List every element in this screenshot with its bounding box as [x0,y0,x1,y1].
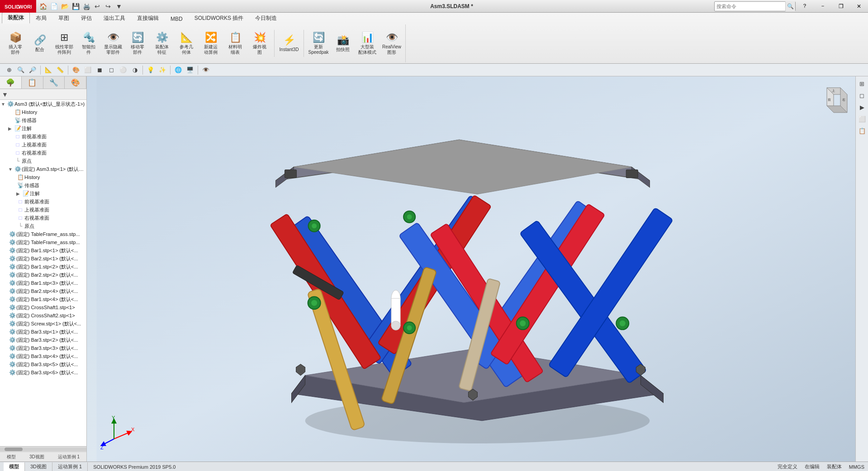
horizontal-scrollbar[interactable] [0,446,86,452]
snapshot-button[interactable]: 📸 拍快照 [331,30,355,57]
panel-tab-config[interactable]: 🔧 [43,76,65,89]
tree-item-sensor1[interactable]: ▶ 📡 传感器 [0,116,86,124]
display-right-button[interactable]: ▶ [857,102,868,113]
tab-evaluate[interactable]: 评估 [75,13,98,24]
zoom-fit-button[interactable]: ⊕ [4,65,14,75]
bom-button[interactable]: 📋 材料明细表 [223,30,247,57]
tree-item-bar3-3[interactable]: ⚙️ (固定) Bar3.stp<3> (默认<... [0,344,86,352]
ref-geometry-button[interactable]: 📐 参考几何体 [175,30,198,57]
camera-right-button[interactable]: ⬜ [857,113,868,124]
wireframe-button[interactable]: ⬜ [82,65,93,75]
model-tab[interactable]: 模型 [4,462,25,471]
linear-array-button[interactable]: ⊞ 线性零部件阵列 [52,30,76,57]
tree-item-bar1-4[interactable]: ⚙️ (固定) Bar1.stp<4> (默认<... [0,295,86,303]
mate-button[interactable]: 🔗 配合 [28,30,52,57]
settings-right-button[interactable]: 📋 [857,125,868,136]
home-button[interactable]: 🏠 [38,1,48,11]
expand-icon2[interactable]: ▶ [16,191,22,196]
tree-item-bar3-4[interactable]: ⚙️ (固定) Bar3.stp<4> (默认<... [0,352,86,360]
3dview-tab[interactable]: 3D视图 [25,462,52,471]
shaded-edges-button[interactable]: ◻ [106,65,117,75]
lighting-button[interactable]: 💡 [145,65,156,75]
search-icon[interactable]: 🔍 [785,1,795,11]
tree-item-sensor2[interactable]: 📡 传感器 [0,181,86,189]
feature-tree[interactable]: ▼ ⚙️ Asm3 (默认<默认_显示状态-1>) ▶ 📋 History ▶ … [0,100,86,446]
tree-item-root[interactable]: ▼ ⚙️ Asm3 (默认<默认_显示状态-1>) [0,100,86,108]
panel-tab-appearance[interactable]: 🎨 [65,76,86,89]
tree-item-note1[interactable]: ▶ 📝 注解 [0,124,86,132]
tab-direct-edit[interactable]: 直接编辑 [131,13,165,24]
new-button[interactable]: 📄 [49,1,59,11]
assembly-feature-button[interactable]: ⚙️ 装配体特征 [150,30,174,57]
tree-item-bar3-2[interactable]: ⚙️ (固定) Bar3.stp<2> (默认<... [0,336,86,344]
tree-item-bar3-1[interactable]: ⚙️ (固定) Bar3.stp<1> (默认<... [0,328,86,336]
tree-item-bar2-1[interactable]: ⚙️ (固定) Bar2.stp<1> (默认<... [0,254,86,263]
smart-fasteners-button[interactable]: 🔩 智能扣件 [77,30,100,57]
search-input[interactable] [715,4,785,9]
tree-item-right2[interactable]: □ 右视基准面 [0,214,86,222]
scrollbar-thumb[interactable] [5,447,23,451]
tree-item-bar2-4[interactable]: ⚙️ (固定) Bar2.stp<4> (默认<... [0,287,86,295]
tree-item-tableframe2[interactable]: ⚙️ (固定) TableFrame_ass.stp... [0,238,86,246]
tree-item-bar2-2[interactable]: ⚙️ (固定) Bar2.stp<2> (默认<... [0,271,86,279]
search-bar[interactable]: 🔍 [714,1,796,11]
tree-item-crossshaft2[interactable]: ⚙️ (固定) CrossShaft2.stp<1> [0,311,86,320]
close-button[interactable]: ✕ [850,0,868,13]
open-button[interactable]: 📂 [60,1,70,11]
tab-sw-plugins[interactable]: SOLIDWORKS 插件 [189,13,250,24]
scene-button[interactable]: 🌐 [173,65,184,75]
tree-item-history1[interactable]: ▶ 📋 History [0,108,86,116]
tree-item-front1[interactable]: ▶ □ 前视基准面 [0,132,86,141]
tab-overflow-tools[interactable]: 溢出工具 [98,13,131,24]
tree-item-bar1-3[interactable]: ⚙️ (固定) Bar1.stp<3> (默认<... [0,279,86,287]
tree-item-bar1-1[interactable]: ⚙️ (固定) Bar1.stp<1> (默认<... [0,246,86,254]
expand-icon[interactable]: ▼ [1,102,6,107]
tree-item-tableframe1[interactable]: ⚙️ (固定) TableFrame_ass.stp... [0,230,86,238]
tab-today-manufacturing[interactable]: 今日制造 [249,13,283,24]
half-section-button[interactable]: ◑ [129,65,140,75]
realview-vt-button[interactable]: 👁️ [200,65,211,75]
motion-tab-small[interactable]: 运动算例 1 [55,453,82,461]
tree-item-note2[interactable]: ▶ 📝 注解 [0,189,86,198]
hidden-lines-button[interactable]: ⚪ [118,65,128,75]
3d-view-tab-small[interactable]: 3D视图 [27,453,47,461]
tree-item-front2[interactable]: □ 前视基准面 [0,198,86,206]
appearance-button[interactable]: ✨ [157,65,168,75]
panel-tab-property[interactable]: 📋 [22,76,43,89]
instant3d-button[interactable]: ⚡ Instant3D [277,30,301,57]
speedpak-button[interactable]: 🔄 更新Speedpak [307,30,330,57]
help-button[interactable]: ？ [796,0,814,13]
tree-item-top2[interactable]: □ 上视基准面 [0,206,86,214]
dropdown-button[interactable]: ▼ [114,1,124,11]
minimize-window-button[interactable]: － [814,0,832,13]
section-view-button[interactable]: 📏 [55,65,66,75]
tree-item-origin1[interactable]: ▶ └ 原点 [0,157,86,165]
tree-item-asm3stp[interactable]: ▼ ⚙️ (固定) Asm3.stp<1> (默认<默认... [0,165,86,173]
tree-item-screw1[interactable]: ⚙️ (固定) Screw.stp<1> (默认<... [0,320,86,328]
undo-button[interactable]: ↩ [92,1,102,11]
insert-component-button[interactable]: 📦 插入零部件 [4,30,27,57]
zoom-in-button[interactable]: 🔍 [15,65,26,75]
tree-item-bar1-2[interactable]: ⚙️ (固定) Bar1.stp<2> (默认<... [0,263,86,271]
model-tab-small[interactable]: 模型 [4,453,19,461]
tree-item-right1[interactable]: ▶ □ 右视基准面 [0,149,86,157]
tree-item-origin2[interactable]: └ 原点 [0,222,86,230]
view-cube[interactable]: 上 前 右 [816,81,852,118]
expand-icon[interactable]: ▼ [8,167,14,172]
show-hide-button[interactable]: 👁️ 显示隐藏零部件 [101,30,125,57]
explode-button[interactable]: 💥 爆炸视图 [248,30,271,57]
tree-item-history2[interactable]: 📋 History [0,173,86,181]
tree-item-bar3-5[interactable]: ⚙️ (固定) Bar3.stp<5> (默认<... [0,360,86,368]
tab-assembly[interactable]: 装配体 [2,12,30,24]
redo-button[interactable]: ↪ [103,1,113,11]
3d-viewport[interactable]: X Y Z 上 前 右 [87,76,868,462]
shaded-button[interactable]: ◼ [94,65,105,75]
scene-right-button[interactable]: ◻ [857,90,868,101]
print-button[interactable]: 🖨️ [81,1,91,11]
tab-layout[interactable]: 布局 [30,13,52,24]
motion-tab[interactable]: 运动算例 1 [52,462,88,471]
shadows-button[interactable]: 🖥️ [185,65,195,75]
maximize-button[interactable]: ❐ [832,0,850,13]
view-orient-button[interactable]: 📐 [43,65,54,75]
expand-icon[interactable]: ▶ [8,126,14,131]
